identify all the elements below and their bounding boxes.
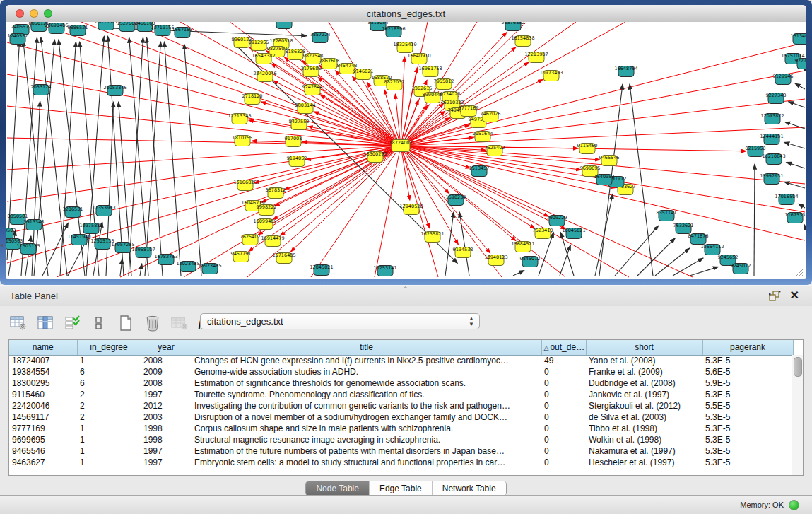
table-cell[interactable]: Corpus callosum shape and size in male p… [192, 423, 541, 434]
table-cell[interactable]: 1998 [141, 434, 192, 445]
graph-node[interactable]: 10853327 [94, 22, 117, 30]
graph-node[interactable]: 9777169 [459, 105, 479, 117]
graph-node[interactable]: 18325419 [393, 42, 416, 53]
table-cell[interactable]: Nakamura et al. (1997) [586, 445, 702, 457]
table-cell[interactable]: 2 [77, 400, 141, 411]
graph-node[interactable]: 12940528 [399, 204, 423, 215]
split-drag-handle[interactable]: ⌃ [403, 286, 408, 293]
graph-node[interactable]: 15684521 [511, 241, 534, 252]
graph-node[interactable]: 12213343 [228, 113, 251, 124]
table-cell[interactable]: 1998 [141, 423, 192, 434]
table-cell[interactable]: Disruption of a novel member of a sodium… [192, 411, 541, 423]
tab-edge-table[interactable]: Edge Table [369, 481, 432, 496]
graph-node[interactable]: 8351141 [657, 210, 677, 221]
graph-node[interactable]: 9227304 [795, 58, 806, 69]
graph-node[interactable]: 10719155 [151, 25, 174, 36]
column-header-out_de[interactable]: △out_de… [541, 340, 586, 355]
graph-node[interactable]: 7909229 [547, 215, 567, 226]
table-cell[interactable]: 6 [77, 378, 141, 389]
graph-node[interactable]: 1667188 [172, 27, 193, 38]
graph-node[interactable]: 1206531 [63, 206, 83, 218]
new-table-icon[interactable] [116, 313, 136, 333]
table-cell[interactable]: 9115460 [9, 389, 77, 400]
table-panel-header[interactable]: ⌃ Table Panel ✕ [0, 285, 812, 308]
table-cell[interactable]: 2008 [141, 378, 192, 389]
graph-node[interactable]: 9115460 [577, 143, 598, 154]
graph-node[interactable]: 12213987 [524, 52, 548, 63]
table-cell[interactable]: 2009 [141, 366, 192, 378]
graph-node[interactable]: 1513457 [469, 165, 490, 177]
graph-node[interactable]: 3913348 [24, 219, 45, 230]
graph-node[interactable]: 12093872 [760, 113, 784, 124]
graph-node[interactable]: 10973493 [539, 70, 563, 81]
graph-node[interactable]: 9129946 [773, 74, 794, 85]
graph-node[interactable]: 1240557 [8, 33, 28, 45]
graph-node[interactable]: 9227343 [766, 93, 787, 104]
graph-node[interactable]: 7857224 [310, 32, 331, 43]
graph-node[interactable]: 7632621 [673, 223, 694, 234]
graph-node[interactable]: 16033809 [272, 22, 295, 29]
graph-node[interactable]: 12023485 [176, 261, 199, 272]
table-cell[interactable]: 19384554 [9, 366, 77, 378]
column-header-in_degree[interactable]: in_degree [77, 340, 141, 355]
graph-node[interactable]: 2151644 [473, 131, 493, 142]
column-header-year[interactable]: year [141, 340, 192, 355]
table-cell[interactable]: 5.3E-5 [702, 423, 793, 434]
table-cell[interactable]: 0 [541, 445, 586, 457]
table-row[interactable]: 946554611997Estimation of the future num… [9, 445, 793, 457]
graph-node[interactable]: 16648794 [614, 66, 637, 77]
table-row[interactable]: 2242004622012Investigating the contribut… [9, 400, 793, 411]
table-cell[interactable]: 0 [541, 423, 586, 434]
row-height-icon[interactable] [89, 313, 109, 333]
table-row[interactable]: 977716911998Corpus callosum shape and si… [9, 423, 793, 434]
table-cell[interactable]: 1 [77, 355, 141, 366]
table-options-icon[interactable] [8, 313, 28, 333]
column-header-title[interactable]: title [192, 340, 541, 355]
hub-node[interactable]: 18724007 [389, 140, 412, 152]
graph-node[interactable]: 10654112 [700, 244, 724, 255]
table-cell[interactable]: 5.3E-5 [702, 457, 793, 468]
show-columns-icon[interactable] [35, 313, 55, 333]
graph-node[interactable]: 12444191 [760, 134, 783, 145]
tab-network-table[interactable]: Network Table [432, 481, 506, 496]
table-cell[interactable]: 5.5E-5 [702, 400, 793, 411]
table-cell[interactable]: Estimation of the future numbers of pati… [192, 445, 541, 457]
table-cell[interactable]: 5.3E-5 [702, 434, 793, 445]
graph-node[interactable]: 20053346 [103, 85, 126, 96]
graph-node[interactable]: 9457791 [231, 251, 252, 262]
graph-node[interactable]: 7523410 [533, 228, 553, 239]
close-panel-icon[interactable]: ✕ [790, 288, 799, 302]
graph-node[interactable]: 9845012 [520, 256, 541, 267]
table-cell[interactable]: 49 [541, 355, 586, 366]
select-columns-icon[interactable] [62, 313, 82, 333]
graph-node[interactable]: 917003 [285, 136, 302, 147]
table-cell[interactable]: Structural magnetic resonance image aver… [192, 434, 541, 445]
window-titlebar[interactable]: citations_edges.txt [6, 5, 806, 23]
table-row[interactable]: 946362711997Embryonic stem cells: a mode… [9, 457, 793, 468]
table-cell[interactable]: Dudbridge et al. (2008) [586, 378, 702, 389]
table-cell[interactable]: 5.3E-5 [702, 445, 793, 457]
table-row[interactable]: 1938455462009Genome-wide association stu… [9, 366, 793, 378]
graph-node[interactable]: 10940123 [484, 255, 507, 266]
graph-node[interactable]: 3175685 [301, 66, 322, 77]
column-header-pagerank[interactable]: pagerank [702, 340, 793, 355]
table-cell[interactable]: 1 [77, 423, 141, 434]
table-cell[interactable]: 2008 [141, 355, 192, 366]
table-cell[interactable]: 2003 [141, 411, 192, 423]
graph-node[interactable]: 20876852 [501, 22, 524, 31]
table-cell[interactable]: Embryonic stem cells: a model to study s… [192, 457, 541, 468]
table-cell[interactable]: 1 [77, 445, 141, 457]
graph-node[interactable]: 16210643 [762, 153, 785, 165]
table-cell[interactable]: Genome-wide association studies in ADHD. [192, 366, 541, 378]
graph-node[interactable]: 17353993 [92, 205, 115, 216]
table-row[interactable]: 1872400712008Changes of HCN gene express… [9, 355, 793, 366]
table-cell[interactable]: 1997 [141, 445, 192, 457]
graph-node[interactable]: 9886521 [68, 25, 88, 36]
graph-node[interactable]: 7462026 [481, 111, 501, 122]
table-cell[interactable]: 2 [77, 411, 141, 423]
table-cell[interactable]: Jankovic et al. (1997) [586, 389, 702, 400]
graph-node[interactable]: 1810755 [233, 135, 253, 146]
table-row[interactable]: 1456911722003Disruption of a novel membe… [9, 411, 793, 423]
graph-node[interactable]: 16045821 [562, 228, 585, 239]
graph-node[interactable]: 9194538 [453, 247, 473, 258]
